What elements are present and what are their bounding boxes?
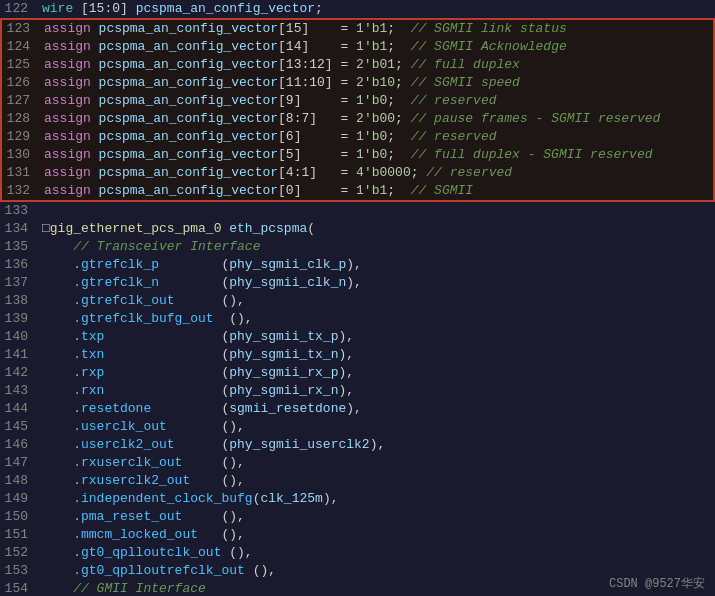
line-content: .gtrefclk_n (phy_sgmii_clk_n),: [38, 274, 715, 292]
code-token: ),: [338, 347, 354, 362]
table-row: 123assign pcspma_an_config_vector[15] = …: [2, 20, 713, 38]
code-token: pcspma_an_config_vector: [99, 165, 278, 180]
code-token: assign: [44, 57, 99, 72]
code-token: =: [301, 93, 356, 108]
line-number: 128: [2, 110, 40, 128]
table-row: 127assign pcspma_an_config_vector[9] = 1…: [2, 92, 713, 110]
code-token: (: [159, 275, 229, 290]
table-row: 142 .rxp (phy_sgmii_rx_p),: [0, 364, 715, 382]
line-number: 125: [2, 56, 40, 74]
line-number: 129: [2, 128, 40, 146]
code-token: 1'b1: [356, 183, 387, 198]
line-content: assign pcspma_an_config_vector[5] = 1'b0…: [40, 146, 713, 164]
code-token: 1'b0: [356, 93, 387, 108]
code-token: (: [151, 401, 229, 416]
code-token: (),: [221, 545, 252, 560]
line-content: assign pcspma_an_config_vector[13:12] = …: [40, 56, 713, 74]
code-token: 2'b10: [356, 75, 395, 90]
code-token: .rxp: [42, 365, 104, 380]
code-token: [9]: [278, 93, 301, 108]
line-content: assign pcspma_an_config_vector[0] = 1'b1…: [40, 182, 713, 200]
code-token: (: [104, 365, 229, 380]
line-number: 136: [0, 256, 38, 274]
code-token: .userclk2_out: [42, 437, 175, 452]
line-content: .gtrefclk_out (),: [38, 292, 715, 310]
line-number: 139: [0, 310, 38, 328]
code-token: 1'b0: [356, 129, 387, 144]
code-token: phy_sgmii_clk_n: [229, 275, 346, 290]
code-token: ),: [346, 275, 362, 290]
code-token: .mmcm_locked_out: [42, 527, 198, 542]
line-content: .txp (phy_sgmii_tx_p),: [38, 328, 715, 346]
code-token: =: [317, 165, 356, 180]
line-number: 152: [0, 544, 38, 562]
line-number: 150: [0, 508, 38, 526]
line-number: 140: [0, 328, 38, 346]
code-token: [4:1]: [278, 165, 317, 180]
code-token: .gtrefclk_p: [42, 257, 159, 272]
highlight-block: 123assign pcspma_an_config_vector[15] = …: [0, 18, 715, 202]
code-token: =: [317, 111, 356, 126]
code-token: clk_125m: [260, 491, 322, 506]
code-token: phy_sgmii_clk_p: [229, 257, 346, 272]
code-token: gig_ethernet_pcs_pma_0: [50, 221, 229, 236]
table-row: 151 .mmcm_locked_out (),: [0, 526, 715, 544]
table-row: 129assign pcspma_an_config_vector[6] = 1…: [2, 128, 713, 146]
code-token: (: [104, 347, 229, 362]
line-number: 127: [2, 92, 40, 110]
code-token: 2'b01: [356, 57, 395, 72]
code-token: ;: [387, 147, 410, 162]
line-content: □gig_ethernet_pcs_pma_0 eth_pcspma(: [38, 220, 715, 238]
table-row: 137 .gtrefclk_n (phy_sgmii_clk_n),: [0, 274, 715, 292]
code-token: ;: [387, 129, 410, 144]
code-token: assign: [44, 93, 99, 108]
table-row: 124assign pcspma_an_config_vector[14] = …: [2, 38, 713, 56]
code-editor: 122wire [15:0] pcspma_an_config_vector;1…: [0, 0, 715, 596]
table-row: 149 .independent_clock_bufg(clk_125m),: [0, 490, 715, 508]
code-token: .rxuserclk_out: [42, 455, 182, 470]
line-content: .rxp (phy_sgmii_rx_p),: [38, 364, 715, 382]
table-row: 132assign pcspma_an_config_vector[0] = 1…: [2, 182, 713, 200]
line-content: assign pcspma_an_config_vector[11:10] = …: [40, 74, 713, 92]
line-content: assign pcspma_an_config_vector[15] = 1'b…: [40, 20, 713, 38]
code-token: .gt0_qplloutclk_out: [42, 545, 221, 560]
line-content: // Transceiver Interface: [38, 238, 715, 256]
table-row: 131assign pcspma_an_config_vector[4:1] =…: [2, 164, 713, 182]
code-token: =: [309, 39, 356, 54]
code-token: pcspma_an_config_vector: [99, 57, 278, 72]
table-row: 138 .gtrefclk_out (),: [0, 292, 715, 310]
line-number: 142: [0, 364, 38, 382]
code-token: [15:0]: [81, 1, 136, 16]
line-number: 154: [0, 580, 38, 596]
code-token: [8:7]: [278, 111, 317, 126]
code-token: ;: [411, 165, 427, 180]
code-token: [14]: [278, 39, 309, 54]
code-token: .gtrefclk_n: [42, 275, 159, 290]
code-token: 1'b1: [356, 21, 387, 36]
line-number: 130: [2, 146, 40, 164]
line-number: 126: [2, 74, 40, 92]
code-token: =: [301, 183, 356, 198]
code-token: ;: [395, 75, 411, 90]
code-token: =: [301, 129, 356, 144]
code-token: 4'b0000: [356, 165, 411, 180]
code-token: pcspma_an_config_vector: [99, 183, 278, 198]
code-token: .gt0_qplloutrefclk_out: [42, 563, 253, 578]
code-token: // full duplex: [411, 57, 520, 72]
code-token: ),: [338, 383, 354, 398]
code-token: phy_sgmii_tx_p: [229, 329, 338, 344]
code-token: (),: [182, 455, 244, 470]
code-token: // SGMII: [411, 183, 473, 198]
code-token: assign: [44, 75, 99, 90]
line-number: 138: [0, 292, 38, 310]
line-content: .gtrefclk_bufg_out (),: [38, 310, 715, 328]
code-token: phy_sgmii_tx_n: [229, 347, 338, 362]
code-token: =: [309, 21, 356, 36]
line-content: .rxn (phy_sgmii_rx_n),: [38, 382, 715, 400]
code-token: (),: [190, 473, 245, 488]
line-number: 123: [2, 20, 40, 38]
code-token: ;: [395, 111, 411, 126]
table-row: 141 .txn (phy_sgmii_tx_n),: [0, 346, 715, 364]
code-token: ;: [315, 1, 323, 16]
code-token: [13:12]: [278, 57, 333, 72]
